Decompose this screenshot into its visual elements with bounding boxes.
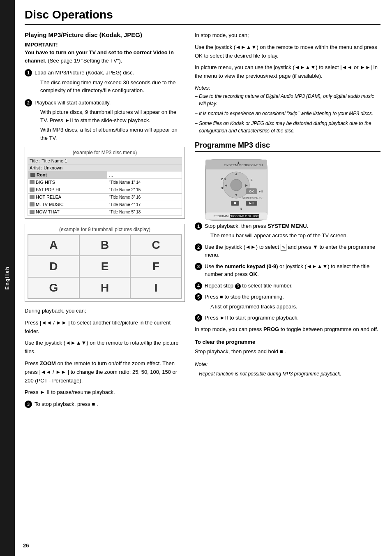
folder-icon-hotrelea — [30, 195, 35, 199]
two-column-layout: Playing MP3/Picture disc (Kodak, JPEG) I… — [25, 31, 380, 412]
svg-text:►: ► — [244, 183, 249, 188]
stop-mode-prog: In stop mode, you can press PROG to togg… — [195, 325, 380, 334]
step-2-sub2: With MP3 discs, a list of albums/titles … — [35, 126, 185, 142]
thumbnail-C: C — [130, 234, 182, 256]
mp3-menu-example: (example for MP3 disc menu) Title : Titl… — [25, 147, 185, 219]
prog-key: PROG — [263, 326, 279, 332]
step-3-main: To stop playback, press ■ . — [35, 401, 98, 407]
body-text-pause: Press ► II to pause/resume playback. — [25, 388, 185, 397]
programme-note-title: Note: — [195, 360, 380, 368]
step-2: 2 Playback will start automatically. Wit… — [25, 99, 185, 142]
main-content: Disc Operations Playing MP3/Picture disc… — [15, 0, 392, 556]
stop-mode-text1: Use the joystick (◄►▲▼) on the remote to… — [195, 43, 380, 60]
svg-text:◄: ◄ — [224, 183, 228, 188]
programme-note-text: – Repeat function is not possible during… — [195, 370, 380, 378]
right-column: In stop mode, you can; Use the joystick … — [195, 31, 380, 412]
mp3-row-fatpophi-right: "Title Name 2" 15 — [107, 186, 182, 194]
svg-text:►II: ►II — [258, 190, 263, 193]
note-1: Due to the recording nature of Digital A… — [195, 93, 380, 107]
step-1-main: Load an MP3/Picture (Kodak, JPEG) disc. — [35, 70, 134, 76]
step-2-sub1: With picture discs, 9 thumbnail pictures… — [35, 108, 185, 124]
important-box: IMPORTANT! You have to turn on your TV a… — [25, 42, 185, 65]
svg-text:6: 6 — [251, 178, 253, 182]
step-3-ref: 3 — [235, 283, 241, 289]
svg-text:■: ■ — [234, 201, 236, 205]
thumbnail-example-label: (example for 9 thumbnail pictures displa… — [28, 227, 182, 232]
page-title: Disc Operations — [25, 8, 380, 25]
folder-icon-bighits — [30, 180, 35, 184]
prog-step-6-num: 6 — [195, 314, 202, 322]
prog-step-5-text: Press ■ to stop the programming. A list … — [205, 293, 380, 310]
body-text-zoom: Press ZOOM on the remote to turn on/off … — [25, 359, 185, 385]
notes-section: Notes: Due to the recording nature of Di… — [195, 85, 380, 134]
svg-text:►II: ►II — [249, 201, 254, 205]
thumbnail-H: H — [79, 277, 131, 299]
svg-text:3: 3 — [221, 186, 223, 190]
prog-step-3-num: 3 — [195, 263, 202, 270]
mp3-row-nowthat-right: "Title Name 5" 18 — [107, 208, 182, 216]
step-2-main: Playback will start automatically. — [35, 100, 111, 106]
step-1-sub: The disc reading time may exceed 30 seco… — [35, 79, 185, 95]
prog-step-1-text: Stop playback, then press SYSTEM MENU. T… — [205, 222, 380, 240]
note-3: Some files on Kodak or JPEG disc may be … — [195, 120, 380, 134]
prog-step-3-text: Use the numeric keypad (0-9) or joystick… — [205, 262, 380, 278]
page-container: English Disc Operations Playing MP3/Pict… — [0, 0, 392, 556]
ok-key: OK — [249, 271, 257, 277]
folder-icon-fatpophi — [30, 188, 35, 192]
svg-text:5: 5 — [240, 207, 242, 211]
mp3-row-bighits: BIG HITS — [28, 179, 107, 186]
programme-icon: ✎ — [281, 244, 286, 251]
mp3-row-hotrelea: HOT RELEA — [28, 194, 107, 201]
important-label: IMPORTANT! — [25, 42, 185, 48]
step-3-number: 3 — [25, 401, 32, 408]
programme-step-2: 2 Use the joystick (◄►) to select ✎ and … — [195, 243, 380, 259]
section-title-mp3: Playing MP3/Picture disc (Kodak, JPEG) — [25, 31, 185, 38]
prog-step-2-num: 2 — [195, 243, 202, 251]
svg-text:SYSTEM MENU: SYSTEM MENU — [224, 163, 249, 167]
step-1-text: Load an MP3/Picture (Kodak, JPEG) disc. … — [35, 69, 185, 95]
svg-text:OK: OK — [249, 190, 254, 193]
thumbnail-A: A — [28, 234, 79, 256]
sidebar-language-label: English — [5, 266, 10, 290]
notes-title: Notes: — [195, 85, 380, 91]
page-number: 26 — [23, 542, 29, 549]
programme-title: Programme MP3 disc — [195, 141, 380, 152]
remote-svg: SYSTEM MENU DISC MENU ▲ ▼ ◄ ► 2,3 — [195, 156, 380, 222]
mp3-header-artist: Artist : Unknown — [28, 164, 182, 171]
programme-steps: 1 Stop playback, then press SYSTEM MENU.… — [195, 222, 380, 378]
svg-text:PROGRAM: PROGRAM — [214, 215, 228, 218]
numeric-keypad-key: numeric keypad (0-9) — [224, 263, 278, 269]
thumbnail-G: G — [28, 277, 79, 299]
mp3-row-bighits-right: "Title Name 1" 14 — [107, 179, 182, 186]
step-3: 3 To stop playback, press ■ . — [25, 400, 185, 408]
programme-step-4: 4 Repeat step 3 to select title number. — [195, 282, 380, 290]
mp3-header-title: Title : Title Name 1 — [28, 158, 182, 164]
svg-text:1: 1 — [238, 161, 240, 164]
thumbnail-B: B — [79, 234, 131, 256]
thumbnail-F: F — [130, 256, 182, 277]
mp3-row-root-folder: Root — [28, 171, 107, 179]
thumbnail-grid: A B C D E F G H I — [28, 234, 182, 299]
thumbnail-I: I — [130, 277, 182, 299]
mp3-menu-table: Title : Title Name 1 Artist : Unknown Ro… — [28, 157, 182, 216]
prog-step-5-sub: A list of programmed tracks appears. — [205, 303, 380, 311]
important-plain-text: (See page 19 "Setting the TV"). — [46, 58, 122, 64]
prog-step-5-num: 5 — [195, 293, 202, 301]
thumbnail-example: (example for 9 thumbnail pictures displa… — [25, 224, 185, 302]
step-2-text: Playback will start automatically. With … — [35, 99, 185, 142]
programme-step-6: 6 Press ►II to start programme playback. — [195, 314, 380, 322]
remote-diagram: SYSTEM MENU DISC MENU ▲ ▼ ◄ ► 2,3 — [195, 156, 380, 222]
important-text: You have to turn on your TV and set to t… — [25, 49, 185, 65]
prog-step-6-text: Press ►II to start programme playback. — [205, 314, 380, 322]
svg-point-5 — [231, 179, 242, 191]
step-1-number: 1 — [25, 69, 32, 76]
sidebar: English — [0, 0, 15, 556]
folder-icon-mtvmusic — [30, 202, 35, 206]
svg-text:▼: ▼ — [234, 192, 238, 197]
body-text-2: Use the joystick (◄►▲▼) on the remote to… — [25, 339, 185, 356]
svg-text:DISC MENU: DISC MENU — [247, 164, 263, 167]
folder-icon-nowthat — [30, 210, 35, 214]
svg-text:▲: ▲ — [234, 171, 238, 176]
step-3-text: To stop playback, press ■ . — [35, 400, 185, 408]
programme-step-1: 1 Stop playback, then press SYSTEM MENU.… — [195, 222, 380, 240]
